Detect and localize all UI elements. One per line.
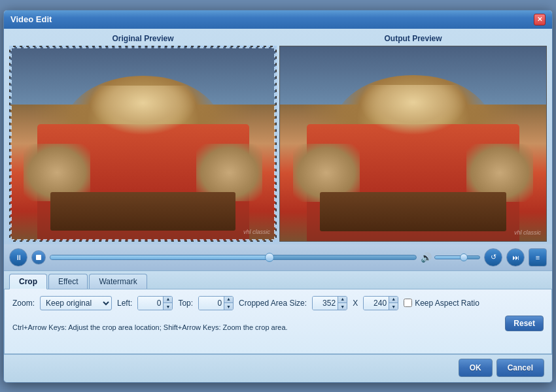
height-input[interactable] xyxy=(364,297,389,310)
top-spin-down[interactable]: ▼ xyxy=(224,303,233,310)
left-spinners: ▲ ▼ xyxy=(163,296,172,310)
skip-forward-button[interactable]: ⏭ xyxy=(506,248,525,267)
reset-button[interactable]: Reset xyxy=(505,316,544,331)
left-input-group: ▲ ▼ xyxy=(137,296,173,310)
settings-panel: Zoom: Keep original Fit to window Stretc… xyxy=(4,289,552,354)
preview-area: Original Preview vhl classic Output Prev… xyxy=(4,29,552,244)
progress-thumb[interactable] xyxy=(265,253,274,262)
width-input[interactable] xyxy=(313,297,338,310)
height-spin-down[interactable]: ▼ xyxy=(389,303,398,310)
stop-button[interactable] xyxy=(31,250,46,265)
bottom-buttons: OK Cancel xyxy=(4,354,552,382)
output-video: vhl classic xyxy=(279,46,547,242)
tabs-area: Crop Effect Watermark xyxy=(4,270,552,289)
left-label: Left: xyxy=(117,299,132,308)
top-spinners: ▲ ▼ xyxy=(224,296,233,310)
keep-aspect-group: Keep Aspect Ratio xyxy=(404,299,479,308)
x-label: X xyxy=(353,299,358,308)
tab-watermark[interactable]: Watermark xyxy=(89,274,147,289)
playback-controls: ⏸ 🔊 ↺ ⏭ ≡ xyxy=(4,244,552,270)
tab-watermark-label: Watermark xyxy=(99,277,137,286)
cancel-button[interactable]: Cancel xyxy=(496,359,544,377)
left-input[interactable] xyxy=(138,297,163,310)
tabs: Crop Effect Watermark xyxy=(9,274,547,289)
keep-aspect-checkbox[interactable] xyxy=(404,299,412,307)
output-preview-label: Output Preview xyxy=(384,34,442,43)
keep-aspect-label[interactable]: Keep Aspect Ratio xyxy=(415,299,479,308)
crop-settings-row: Zoom: Keep original Fit to window Stretc… xyxy=(12,296,544,310)
left-spin-down[interactable]: ▼ xyxy=(164,303,172,310)
width-input-group: ▲ ▼ xyxy=(312,296,347,310)
stop-icon xyxy=(36,255,41,260)
tab-effect-label: Effect xyxy=(58,277,78,286)
zoom-label: Zoom: xyxy=(12,299,35,308)
watermark-output: vhl classic xyxy=(514,229,541,236)
height-spinners: ▲ ▼ xyxy=(389,296,398,310)
video-edit-window: Video Edit ✕ Original Preview vhl classi… xyxy=(3,10,553,383)
refresh-button[interactable]: ↺ xyxy=(484,248,502,267)
menu-button[interactable]: ≡ xyxy=(529,248,547,267)
original-preview-label: Original Preview xyxy=(112,34,173,43)
width-spinners: ▲ ▼ xyxy=(338,296,347,310)
volume-icon: 🔊 xyxy=(421,252,432,263)
height-input-group: ▲ ▼ xyxy=(363,296,398,310)
video-frame-original xyxy=(10,47,275,240)
original-preview-panel: Original Preview vhl classic xyxy=(9,34,277,242)
top-input-group: ▲ ▼ xyxy=(198,296,234,310)
cropped-size-label: Cropped Area Size: xyxy=(239,299,307,308)
width-spin-up[interactable]: ▲ xyxy=(338,296,347,304)
skip-forward-icon: ⏭ xyxy=(512,253,519,261)
close-button[interactable]: ✕ xyxy=(534,14,546,25)
volume-bar[interactable] xyxy=(434,255,480,259)
tab-crop[interactable]: Crop xyxy=(9,274,47,289)
volume-thumb[interactable] xyxy=(460,253,468,261)
bottom-right-buttons: OK Cancel xyxy=(459,359,544,377)
progress-fill xyxy=(50,255,269,259)
zoom-dropdown[interactable]: Keep original Fit to window Stretch xyxy=(40,296,112,310)
top-label: Top: xyxy=(178,299,193,308)
titlebar-title: Video Edit xyxy=(10,14,52,24)
play-pause-button[interactable]: ⏸ xyxy=(9,248,27,267)
left-spin-up[interactable]: ▲ xyxy=(164,296,172,304)
tab-effect[interactable]: Effect xyxy=(48,274,88,289)
top-spin-up[interactable]: ▲ xyxy=(224,296,233,304)
tab-crop-label: Crop xyxy=(19,277,37,286)
window-title: Video Edit xyxy=(10,14,52,24)
progress-bar[interactable] xyxy=(50,255,417,260)
output-preview-panel: Output Preview vhl classic xyxy=(279,34,547,242)
watermark-original: vhl classic xyxy=(243,229,270,235)
titlebar: Video Edit ✕ xyxy=(4,10,552,29)
play-pause-icon: ⏸ xyxy=(15,253,22,261)
refresh-icon: ↺ xyxy=(491,253,496,261)
original-video: vhl classic xyxy=(9,46,277,242)
ok-button[interactable]: OK xyxy=(459,359,493,377)
hint-text: Ctrl+Arrow Keys: Adjust the crop area lo… xyxy=(12,323,288,331)
video-frame-output xyxy=(280,46,546,241)
menu-icon: ≡ xyxy=(536,253,540,261)
height-spin-up[interactable]: ▲ xyxy=(389,296,398,304)
volume-control: 🔊 xyxy=(421,252,480,263)
top-input[interactable] xyxy=(199,297,224,310)
width-spin-down[interactable]: ▼ xyxy=(338,303,347,310)
